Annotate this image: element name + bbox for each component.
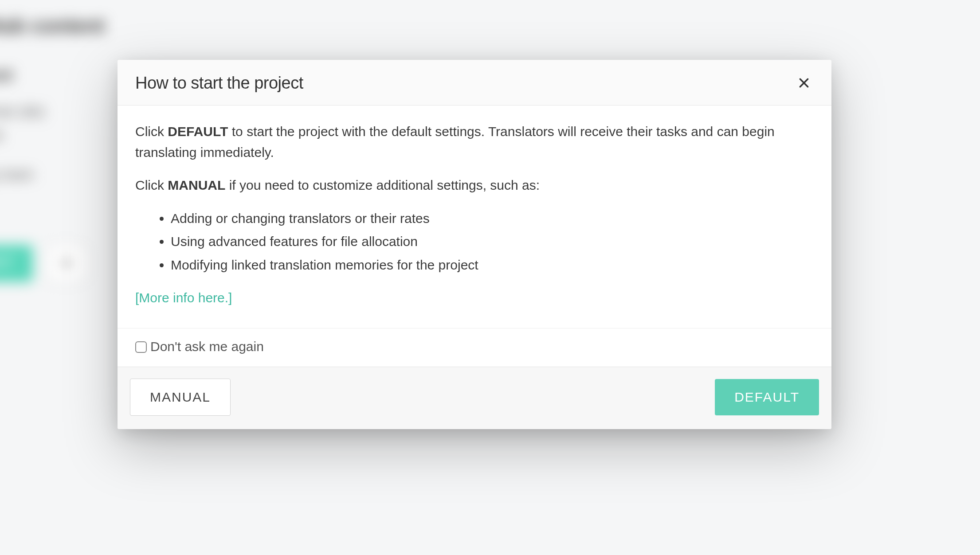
modal-header: How to start the project bbox=[118, 60, 831, 106]
list-item: Modifying linked translation memories fo… bbox=[171, 255, 814, 276]
modal-title: How to start the project bbox=[135, 74, 303, 93]
text: Click bbox=[135, 124, 168, 139]
dont-ask-row: Don't ask me again bbox=[118, 328, 831, 367]
default-button[interactable]: DEFAULT bbox=[715, 379, 819, 415]
default-keyword: DEFAULT bbox=[168, 124, 228, 139]
bg-secondary-button: M bbox=[47, 245, 86, 282]
text: to start the project with the default se… bbox=[135, 124, 775, 160]
more-info-wrapper: [More info here.] bbox=[135, 288, 814, 309]
modal-paragraph-manual: Click MANUAL if you need to customize ad… bbox=[135, 175, 814, 196]
manual-keyword: MANUAL bbox=[168, 178, 225, 192]
manual-options-list: Adding or changing translators or their … bbox=[135, 208, 814, 276]
dont-ask-checkbox[interactable] bbox=[135, 341, 147, 353]
more-info-link[interactable]: [More info here.] bbox=[135, 290, 232, 305]
modal-paragraph-default: Click DEFAULT to start the project with … bbox=[135, 121, 814, 163]
modal-body: Click DEFAULT to start the project with … bbox=[118, 106, 831, 328]
close-button[interactable] bbox=[794, 73, 814, 93]
close-icon bbox=[798, 77, 810, 89]
list-item: Adding or changing translators or their … bbox=[171, 208, 814, 229]
text: if you need to customize additional sett… bbox=[225, 178, 540, 192]
modal-footer: MANUAL DEFAULT bbox=[118, 367, 831, 429]
text: Click bbox=[135, 178, 168, 192]
list-item: Using advanced features for file allocat… bbox=[171, 231, 814, 252]
start-project-modal: How to start the project Click DEFAULT t… bbox=[118, 60, 831, 429]
bg-primary-button: PROJECT bbox=[0, 245, 33, 282]
manual-button[interactable]: MANUAL bbox=[130, 379, 231, 416]
dont-ask-label[interactable]: Don't ask me again bbox=[150, 339, 264, 354]
bg-page-title: GitHub content bbox=[0, 14, 980, 37]
